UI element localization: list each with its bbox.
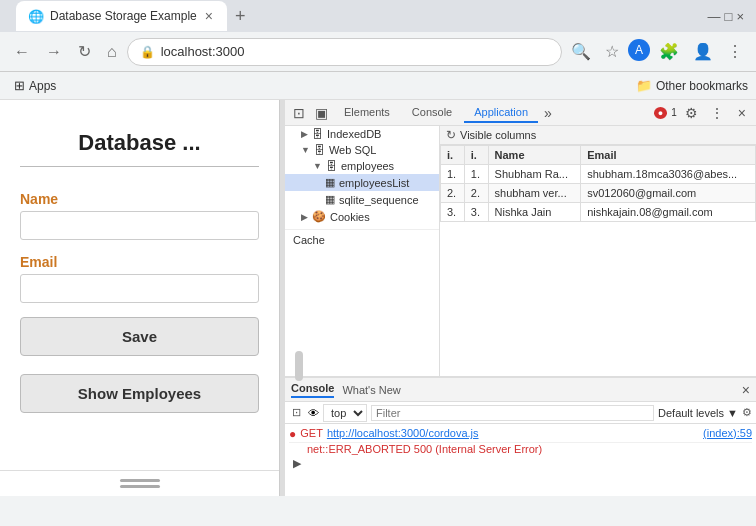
panel-toolbar: ↻ Visible columns xyxy=(440,126,756,145)
sqlite-sequence-label: sqlite_sequence xyxy=(339,194,419,206)
error-link[interactable]: http://localhost:3000/cordova.js xyxy=(327,427,479,439)
table-row[interactable]: 1. 1. Shubham Ra... shubham.18mca3036@ab… xyxy=(441,165,756,184)
address-bar[interactable]: 🔒 localhost:3000 xyxy=(127,38,562,66)
error-source-link[interactable]: (index):59 xyxy=(703,427,752,439)
webpage: Database ... Name Email Save Show Employ… xyxy=(0,100,280,496)
sidebar-item-cookies[interactable]: ▶ 🍪 Cookies xyxy=(285,208,439,225)
default-levels-label[interactable]: Default levels ▼ xyxy=(658,407,738,419)
console-tab-whats-new[interactable]: What's New xyxy=(342,384,400,396)
table-row[interactable]: 2. 2. shubham ver... sv012060@gmail.com xyxy=(441,184,756,203)
account-button[interactable]: A xyxy=(628,39,650,61)
error-subtext: net::ERR_ABORTED 500 (Internal Server Er… xyxy=(289,443,752,455)
cache-section: Cache xyxy=(285,229,439,250)
save-button[interactable]: Save xyxy=(20,317,259,356)
employeeslist-label: employeesList xyxy=(339,177,409,189)
expand-icon[interactable]: ▶ xyxy=(293,457,301,469)
employees-label: employees xyxy=(341,160,394,172)
websql-label: Web SQL xyxy=(329,144,377,156)
back-button[interactable]: ← xyxy=(8,39,36,65)
console-filter-icon[interactable]: ⊡ xyxy=(289,405,304,420)
cache-label: Cache xyxy=(293,234,325,246)
sidebar-scrollbar[interactable] xyxy=(295,351,303,376)
console-filter-input[interactable] xyxy=(371,405,654,421)
col-header-idx2: i. xyxy=(464,146,488,165)
sidebar-item-indexeddb[interactable]: ▶ 🗄 IndexedDB xyxy=(285,126,439,142)
col-header-name: Name xyxy=(488,146,581,165)
nav-bar: ← → ↻ ⌂ 🔒 localhost:3000 🔍 ☆ A 🧩 👤 ⋮ xyxy=(0,32,756,72)
devtools-tab-console[interactable]: Console xyxy=(402,103,462,123)
sidebar-item-sqlite-sequence[interactable]: ▦ sqlite_sequence xyxy=(285,191,439,208)
webpage-footer xyxy=(0,470,279,496)
title-bar: 🌐 Database Storage Example × + — □ × xyxy=(0,0,756,32)
email-input[interactable] xyxy=(20,274,259,303)
webpage-content: Database ... Name Email Save Show Employ… xyxy=(0,100,279,433)
tab-favicon: 🌐 xyxy=(28,9,44,24)
email-label: Email xyxy=(20,254,259,270)
devtools-bottom: Console What's New × ⊡ 👁 top Default lev… xyxy=(285,376,756,496)
bookmarks-bar: ⊞ Apps 📁 Other bookmarks xyxy=(0,72,756,100)
data-table: i. i. Name Email 1. 1. Shubham Ra... shu… xyxy=(440,145,756,376)
devtools-toolbar: ⊡ ▣ Elements Console Application » ● 1 ⚙… xyxy=(285,100,756,126)
forward-button[interactable]: → xyxy=(40,39,68,65)
devtools-close-btn[interactable]: × xyxy=(732,103,752,123)
console-toolbar: Console What's New × xyxy=(285,378,756,402)
indexeddb-label: IndexedDB xyxy=(327,128,381,140)
new-tab-button[interactable]: + xyxy=(227,2,254,31)
table-row[interactable]: 3. 3. Nishka Jain nishkajain.08@gmail.co… xyxy=(441,203,756,222)
console-context-select[interactable]: top xyxy=(323,404,367,422)
devtools-more-icon[interactable]: ⋮ xyxy=(706,103,728,123)
console-eye-icon[interactable]: 👁 xyxy=(308,407,319,419)
profile-button[interactable]: 👤 xyxy=(688,39,718,64)
folder-icon: 📁 xyxy=(636,78,652,93)
footer-line-1 xyxy=(120,479,160,482)
sidebar-item-websql[interactable]: ▼ 🗄 Web SQL xyxy=(285,142,439,158)
sidebar-item-employees[interactable]: ▼ 🗄 employees xyxy=(285,158,439,174)
console-expand-row[interactable]: ▶ xyxy=(289,455,752,472)
col-header-email: Email xyxy=(581,146,756,165)
show-employees-button[interactable]: Show Employees xyxy=(20,374,259,413)
table-icon-2: ▦ xyxy=(325,193,335,206)
window-maximize-btn[interactable]: □ xyxy=(725,9,733,24)
error-badge: ● xyxy=(654,107,667,119)
devtools-data-panel: ↻ Visible columns i. i. Name Email xyxy=(440,126,756,376)
name-input[interactable] xyxy=(20,211,259,240)
window-close-btn[interactable]: × xyxy=(736,9,744,24)
apps-label: Apps xyxy=(29,79,56,93)
console-entries: ● GET http://localhost:3000/cordova.js (… xyxy=(285,424,756,496)
cookies-icon: 🍪 xyxy=(312,210,326,223)
footer-lines xyxy=(120,479,160,488)
extensions-button[interactable]: 🧩 xyxy=(654,39,684,64)
menu-button[interactable]: ⋮ xyxy=(722,39,748,64)
tab-close-btn[interactable]: × xyxy=(203,8,215,24)
other-bookmarks-label: Other bookmarks xyxy=(656,79,748,93)
arrow-icon-employees: ▼ xyxy=(313,161,322,171)
refresh-button[interactable]: ↻ xyxy=(446,128,456,142)
home-button[interactable]: ⌂ xyxy=(101,39,123,65)
name-label: Name xyxy=(20,191,259,207)
cell-idx1: 2. xyxy=(441,184,465,203)
console-settings-icon[interactable]: ⚙ xyxy=(742,406,752,419)
devtools-tab-elements[interactable]: Elements xyxy=(334,103,400,123)
reload-button[interactable]: ↻ xyxy=(72,38,97,65)
devtools-settings-icon[interactable]: ⚙ xyxy=(681,103,702,123)
cell-idx2: 1. xyxy=(464,165,488,184)
console-close-btn[interactable]: × xyxy=(742,382,750,398)
devtools-device-icon[interactable]: ▣ xyxy=(311,103,332,123)
page-title: Database ... xyxy=(20,130,259,167)
cell-name: shubham ver... xyxy=(488,184,581,203)
devtools-pointer-icon[interactable]: ⊡ xyxy=(289,103,309,123)
employees-db-icon: 🗄 xyxy=(326,160,337,172)
console-tab-console[interactable]: Console xyxy=(291,382,334,398)
cell-idx1: 3. xyxy=(441,203,465,222)
browser-tab[interactable]: 🌐 Database Storage Example × xyxy=(16,1,227,31)
bookmark-button[interactable]: ☆ xyxy=(600,39,624,64)
cell-idx2: 3. xyxy=(464,203,488,222)
devtools-more-tabs[interactable]: » xyxy=(540,103,556,123)
devtools-tab-application[interactable]: Application xyxy=(464,103,538,123)
sidebar-item-employeeslist[interactable]: ▦ employeesList xyxy=(285,174,439,191)
search-button[interactable]: 🔍 xyxy=(566,39,596,64)
cell-email: shubham.18mca3036@abes... xyxy=(581,165,756,184)
apps-bookmark[interactable]: ⊞ Apps xyxy=(8,76,62,95)
table-icon: ▦ xyxy=(325,176,335,189)
window-minimize-btn[interactable]: — xyxy=(708,9,721,24)
